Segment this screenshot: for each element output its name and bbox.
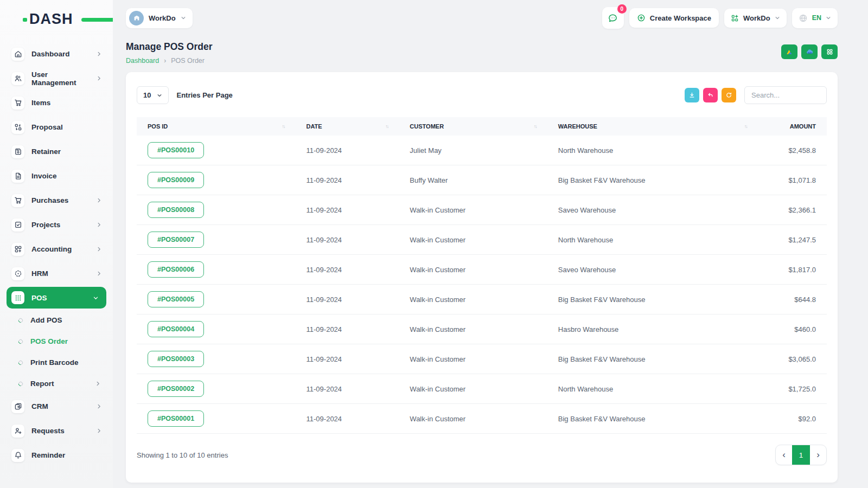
- app-root: DASH Dashboard User Management Items Pro…: [0, 0, 868, 488]
- page-header-actions: [781, 44, 838, 59]
- sidebar-item-requests[interactable]: Requests: [0, 419, 113, 443]
- table-row: #POS00009 11-09-2024 Buffy Walter Big Ba…: [137, 165, 827, 195]
- brand-logo[interactable]: DASH: [29, 11, 89, 28]
- sidebar-item-dashboard[interactable]: Dashboard: [0, 42, 113, 66]
- date-cell: 11-09-2024: [296, 314, 399, 344]
- warehouse-cell: Saveo Warehouse: [547, 255, 758, 285]
- grid-apps-button[interactable]: [821, 44, 838, 59]
- pos-id-button[interactable]: #POS00006: [148, 261, 204, 278]
- cart-icon: [11, 97, 24, 110]
- column-header-pos-id[interactable]: POS ID↑↓: [137, 117, 296, 136]
- sidebar-subitem-print-barcode[interactable]: Print Barcode: [0, 352, 113, 373]
- current-page-button[interactable]: 1: [792, 445, 810, 465]
- customer-cell: Walk-in Customer: [399, 404, 547, 434]
- create-workspace-button[interactable]: Create Workspace: [629, 8, 719, 28]
- workspace-name: WorkDo: [149, 14, 176, 22]
- language-selector[interactable]: EN: [792, 8, 838, 28]
- sidebar-item-crm[interactable]: CRM: [0, 394, 113, 419]
- chevron-right-icon: [95, 381, 101, 387]
- google-drive-icon: [786, 48, 793, 56]
- column-header-customer[interactable]: CUSTOMER↑↓: [399, 117, 547, 136]
- refresh-icon: [725, 92, 732, 99]
- prev-page-button[interactable]: ‹: [776, 445, 792, 465]
- customer-cell: Juliet May: [399, 136, 547, 165]
- column-header-warehouse[interactable]: WAREHOUSE↑↓: [547, 117, 758, 136]
- pagination: ‹ 1 ›: [775, 445, 827, 465]
- sidebar-item-reminder[interactable]: Reminder: [0, 443, 113, 467]
- user-plus-icon: [11, 425, 24, 438]
- language-code: EN: [812, 14, 821, 22]
- pos-id-button[interactable]: #POS00005: [148, 291, 204, 307]
- chevron-right-icon: [96, 428, 102, 434]
- sidebar-item-user-management[interactable]: User Management: [0, 66, 113, 91]
- date-cell: 11-09-2024: [296, 344, 399, 374]
- sidebar-item-label: Projects: [31, 221, 89, 229]
- pos-id-button[interactable]: #POS00001: [148, 410, 204, 427]
- refresh-button[interactable]: [722, 88, 736, 102]
- amount-cell: $644.8: [758, 285, 827, 314]
- sidebar-item-hrm[interactable]: HRM: [0, 261, 113, 286]
- pos-id-button[interactable]: #POS00009: [148, 172, 204, 188]
- pos-id-button[interactable]: #POS00007: [148, 232, 204, 248]
- pos-id-cell: #POS00001: [137, 404, 296, 434]
- topbar: WorkDo 0 Create Workspace WorkDo: [126, 0, 838, 31]
- sidebar-subitem-pos-order[interactable]: POS Order: [0, 331, 113, 352]
- pos-id-cell: #POS00008: [137, 195, 296, 225]
- customer-cell: Walk-in Customer: [399, 225, 547, 255]
- home-icon: [11, 48, 24, 61]
- sidebar-item-label: Retainer: [31, 147, 102, 156]
- sidebar-item-purchases[interactable]: Purchases: [0, 188, 113, 213]
- entries-per-page-value: 10: [143, 91, 151, 99]
- sidebar-item-label: Proposal: [31, 123, 102, 131]
- workdo-dropdown-label: WorkDo: [743, 14, 770, 22]
- column-header-amount[interactable]: AMOUNT: [758, 117, 827, 136]
- customer-cell: Walk-in Customer: [399, 374, 547, 404]
- messages-button[interactable]: 0: [602, 7, 624, 29]
- chevron-right-icon: [96, 246, 102, 252]
- workdo-dropdown[interactable]: WorkDo: [724, 9, 787, 28]
- sidebar-item-items[interactable]: Items: [0, 91, 113, 115]
- reset-button[interactable]: [703, 88, 718, 102]
- topbar-actions: 0 Create Workspace WorkDo EN: [602, 7, 838, 29]
- create-workspace-label: Create Workspace: [650, 14, 711, 22]
- amount-cell: $2,366.1: [758, 195, 827, 225]
- target-icon: [11, 267, 24, 280]
- date-cell: 11-09-2024: [296, 136, 399, 165]
- customer-cell: Walk-in Customer: [399, 255, 547, 285]
- grid-plus-icon: [731, 14, 739, 22]
- sort-icon: ↑↓: [385, 124, 388, 129]
- pos-id-cell: #POS00009: [137, 165, 296, 195]
- sidebar-item-projects[interactable]: Projects: [0, 213, 113, 237]
- amount-cell: $1,071.8: [758, 165, 827, 195]
- export-button[interactable]: [685, 88, 699, 102]
- sidebar-item-accounting[interactable]: Accounting: [0, 237, 113, 261]
- onedrive-button[interactable]: [801, 44, 818, 59]
- next-page-button[interactable]: ›: [810, 445, 826, 465]
- pos-id-button[interactable]: #POS00003: [148, 351, 204, 367]
- sidebar-subitem-report[interactable]: Report: [0, 373, 113, 394]
- table-row: #POS00002 11-09-2024 Walk-in Customer No…: [137, 374, 827, 404]
- date-cell: 11-09-2024: [296, 195, 399, 225]
- workspace-selector[interactable]: WorkDo: [126, 8, 193, 28]
- warehouse-cell: Big Basket F&V Warehouse: [547, 344, 758, 374]
- column-header-date[interactable]: DATE↑↓: [296, 117, 399, 136]
- google-drive-button[interactable]: [781, 44, 797, 59]
- breadcrumb-dashboard-link[interactable]: Dashboard: [126, 57, 159, 65]
- pos-id-button[interactable]: #POS00008: [148, 202, 204, 218]
- breadcrumb-separator-icon: ›: [164, 57, 166, 65]
- date-cell: 11-09-2024: [296, 225, 399, 255]
- customer-cell: Walk-in Customer: [399, 344, 547, 374]
- page-title: Manage POS Order: [126, 41, 213, 53]
- search-input[interactable]: [744, 86, 827, 104]
- sidebar-subitem-add-pos[interactable]: Add POS: [0, 310, 113, 331]
- pos-id-button[interactable]: #POS00010: [148, 142, 204, 158]
- sidebar-item-invoice[interactable]: Invoice: [0, 164, 113, 188]
- entries-per-page-select[interactable]: 10: [137, 86, 169, 104]
- cart-icon: [11, 194, 24, 207]
- pos-id-button[interactable]: #POS00004: [148, 321, 204, 337]
- sidebar-item-retainer[interactable]: Retainer: [0, 139, 113, 164]
- sidebar-item-proposal[interactable]: Proposal: [0, 115, 113, 139]
- pos-id-button[interactable]: #POS00002: [148, 381, 204, 397]
- date-cell: 11-09-2024: [296, 404, 399, 434]
- sidebar-item-pos[interactable]: POS: [7, 287, 106, 309]
